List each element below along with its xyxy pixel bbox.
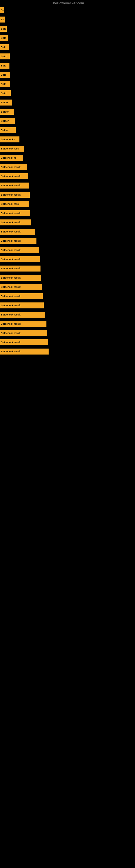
bar-row: Bottl	[0, 89, 135, 98]
bar-label-33: Bottleneck result	[1, 313, 20, 316]
bar-4: Bott	[0, 44, 9, 50]
bar-12: Bottler	[0, 118, 15, 124]
bar-row: Bottleneck result	[0, 319, 135, 329]
bar-row: Bottleneck result	[0, 273, 135, 282]
bar-36: Bottleneck result	[0, 339, 48, 345]
bar-label-22: Bottleneck result	[1, 212, 20, 215]
bar-row: Bo	[0, 6, 135, 15]
bar-label-12: Bottler	[1, 120, 9, 122]
bar-label-14: Bottleneck r	[1, 138, 15, 141]
bar-label-4: Bott	[1, 46, 6, 49]
bar-24: Bottleneck result	[0, 229, 35, 235]
bar-row: Bottleneck result	[0, 172, 135, 181]
bar-row: Bottleneck r	[0, 135, 135, 144]
bar-13: Bottlen	[0, 127, 16, 133]
bar-5: Bottl	[0, 54, 10, 59]
bar-row: Bott	[0, 33, 135, 42]
bar-label-36: Bottleneck result	[1, 341, 20, 344]
bar-19: Bottleneck result	[0, 183, 29, 188]
bar-label-25: Bottleneck result	[1, 240, 20, 242]
bar-row: Bottler	[0, 116, 135, 126]
bar-row: Bottl	[0, 52, 135, 61]
bar-label-30: Bottleneck result	[1, 286, 20, 288]
bar-row: Bott	[0, 70, 135, 80]
bar-row: Bottleneck result	[0, 264, 135, 273]
bar-label-2: Bott	[1, 27, 6, 30]
site-title: TheBottlenecker.com	[0, 0, 135, 6]
bar-label-7: Bott	[1, 73, 6, 76]
bar-33: Bottleneck result	[0, 312, 45, 318]
bar-row: Bottleneck resu	[0, 144, 135, 153]
bar-row: Bottleneck result	[0, 255, 135, 264]
bar-32: Bottleneck result	[0, 303, 44, 308]
bar-30: Bottleneck result	[0, 284, 42, 290]
bar-row: Bott	[0, 61, 135, 70]
bar-1: Bo	[0, 17, 5, 23]
bar-row: Bo	[0, 15, 135, 24]
bar-label-5: Bottl	[1, 55, 6, 58]
bar-label-29: Bottleneck result	[1, 276, 20, 279]
bar-23: Bottleneck result	[0, 219, 31, 225]
bar-row: Bottleneck re	[0, 153, 135, 162]
bar-18: Bottleneck result	[0, 173, 28, 179]
bar-label-37: Bottleneck result	[1, 350, 20, 353]
bar-label-23: Bottleneck result	[1, 221, 20, 224]
bar-35: Bottleneck result	[0, 330, 47, 336]
bar-3: Bott	[0, 35, 8, 41]
bar-row: Bottlen	[0, 126, 135, 135]
bar-25: Bottleneck result	[0, 238, 37, 244]
bar-17: Bottleneck result	[0, 164, 27, 170]
bar-label-6: Bott	[1, 64, 6, 67]
bar-row: Bottleneck result	[0, 282, 135, 291]
bar-row: Bottleneck result	[0, 347, 135, 356]
bar-label-27: Bottleneck result	[1, 258, 20, 261]
bar-row: Bottleneck result	[0, 310, 135, 319]
bar-label-15: Bottleneck resu	[1, 147, 19, 150]
bar-label-19: Bottleneck result	[1, 184, 20, 187]
bar-row: Bottle	[0, 98, 135, 107]
bar-14: Bottleneck r	[0, 136, 19, 143]
bar-0: Bo	[0, 7, 4, 13]
bar-label-35: Bottleneck result	[1, 332, 20, 335]
bar-row: Bottlen	[0, 107, 135, 116]
bar-row: Bottleneck result	[0, 227, 135, 236]
bar-label-21: Bottleneck resu	[1, 203, 19, 205]
bar-label-34: Bottleneck result	[1, 322, 20, 325]
bar-label-1: Bo	[1, 18, 4, 21]
bar-label-11: Bottlen	[1, 111, 9, 113]
bar-row: Bottleneck resu	[0, 199, 135, 209]
bar-label-17: Bottleneck result	[1, 166, 20, 168]
bar-20: Bottleneck result	[0, 192, 30, 198]
bar-9: Bottl	[0, 90, 11, 96]
bar-22: Bottleneck result	[0, 210, 30, 216]
bar-row: Bottleneck result	[0, 291, 135, 301]
bar-label-8: Bott	[1, 83, 6, 86]
bar-2: Bott	[0, 26, 7, 32]
bar-row: Bottleneck result	[0, 190, 135, 199]
bar-31: Bottleneck result	[0, 293, 43, 299]
bar-label-0: Bo	[1, 9, 4, 12]
bar-row: Bottleneck result	[0, 338, 135, 347]
bar-label-20: Bottleneck result	[1, 193, 20, 196]
bar-29: Bottleneck result	[0, 275, 41, 281]
bar-15: Bottleneck resu	[0, 146, 24, 152]
bar-10: Bottle	[0, 99, 12, 105]
bar-label-26: Bottleneck result	[1, 249, 20, 251]
bar-row: Bottleneck result	[0, 329, 135, 338]
bar-label-13: Bottlen	[1, 129, 9, 131]
bar-row: Bottleneck result	[0, 209, 135, 218]
bar-row: Bottleneck result	[0, 246, 135, 255]
bar-label-10: Bottle	[1, 101, 8, 104]
bar-26: Bottleneck result	[0, 247, 39, 253]
bar-16: Bottleneck re	[0, 155, 23, 161]
bar-6: Bott	[0, 63, 9, 69]
bar-37: Bottleneck result	[0, 348, 49, 354]
bar-27: Bottleneck result	[0, 256, 40, 262]
bar-34: Bottleneck result	[0, 321, 46, 327]
bar-row: Bott	[0, 80, 135, 89]
bar-row: Bottleneck result	[0, 236, 135, 246]
bar-row: Bottleneck result	[0, 301, 135, 310]
bar-28: Bottleneck result	[0, 266, 41, 272]
bar-row: Bott	[0, 24, 135, 33]
bar-label-32: Bottleneck result	[1, 304, 20, 307]
